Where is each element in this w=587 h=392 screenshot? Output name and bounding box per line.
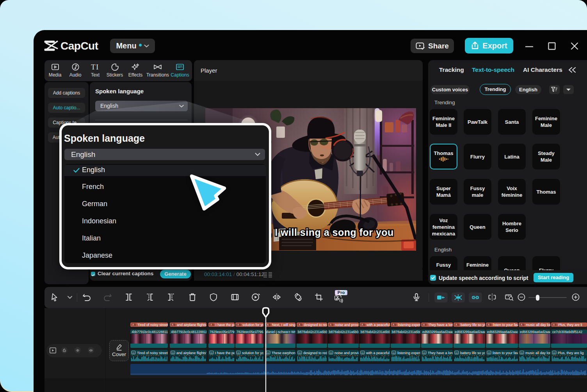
svg-text:They have a long: They have a long bbox=[428, 323, 455, 327]
svg-text:T: T bbox=[91, 63, 96, 71]
svg-text:Plus, they are li: Plus, they are li bbox=[558, 323, 582, 327]
svg-text:A: A bbox=[330, 323, 332, 326]
svg-text:Tired of noisy streets: Tired of noisy streets bbox=[137, 323, 170, 327]
svg-text:They have a long: They have a long bbox=[428, 351, 455, 355]
svg-text:A: A bbox=[237, 323, 239, 326]
svg-text:ed683299aa6ad2aad8b3: ed683299aa6ad2aad8b3 bbox=[487, 330, 524, 334]
svg-text:4bb7791bc0c481228811f4e: 4bb7791bc0c481228811f4e bbox=[132, 330, 173, 334]
svg-text:and airplane flights?: and airplane flights? bbox=[176, 351, 208, 355]
svg-text:A: A bbox=[210, 323, 212, 326]
svg-text:Tired of noisy streets: Tired of noisy streets bbox=[137, 351, 170, 355]
svg-text:with a peaceful: with a peaceful bbox=[366, 351, 390, 355]
svg-text:A: A bbox=[423, 323, 425, 326]
svg-text:b878ab42c231a6b0a80: b878ab42c231a6b0a80 bbox=[298, 330, 333, 334]
svg-text:Plus, they are lig: Plus, they are lig bbox=[558, 351, 584, 355]
svg-text:daniel-j-schwarz-Wnr: daniel-j-schwarz-Wnr bbox=[266, 330, 297, 334]
svg-text:A: A bbox=[521, 323, 523, 326]
svg-text:A: A bbox=[172, 323, 174, 326]
svg-text:music all day long.: music all day long. bbox=[525, 351, 554, 355]
svg-text:I: I bbox=[96, 63, 98, 71]
svg-text:A: A bbox=[299, 323, 301, 326]
svg-text:A: A bbox=[455, 323, 457, 326]
svg-text:ce7cb308a9d9f5142: ce7cb308a9d9f5142 bbox=[552, 330, 582, 334]
svg-text:with a peaceful: with a peaceful bbox=[366, 323, 390, 327]
svg-text:A: A bbox=[393, 323, 395, 326]
svg-text:A: A bbox=[361, 323, 363, 326]
svg-text:music all day long.: music all day long. bbox=[526, 323, 555, 327]
svg-text:listen to your favorit: listen to your favorit bbox=[493, 351, 523, 355]
svg-text:noise and provide: noise and provide bbox=[335, 323, 363, 327]
svg-text:listen to your favori: listen to your favori bbox=[493, 323, 523, 327]
svg-text:b878ab42c231a6b0a80: b878ab42c231a6b0a80 bbox=[329, 330, 364, 334]
svg-text:A: A bbox=[553, 323, 555, 326]
svg-text:A: A bbox=[488, 323, 490, 326]
svg-text:A: A bbox=[132, 323, 134, 326]
svg-text:4bb7791bc0c481228811f4e: 4bb7791bc0c481228811f4e bbox=[171, 330, 212, 334]
svg-text:and airplane flights?: and airplane flights? bbox=[177, 323, 208, 327]
svg-text:b878ab42c231a6b0a80: b878ab42c231a6b0a80 bbox=[361, 330, 396, 334]
